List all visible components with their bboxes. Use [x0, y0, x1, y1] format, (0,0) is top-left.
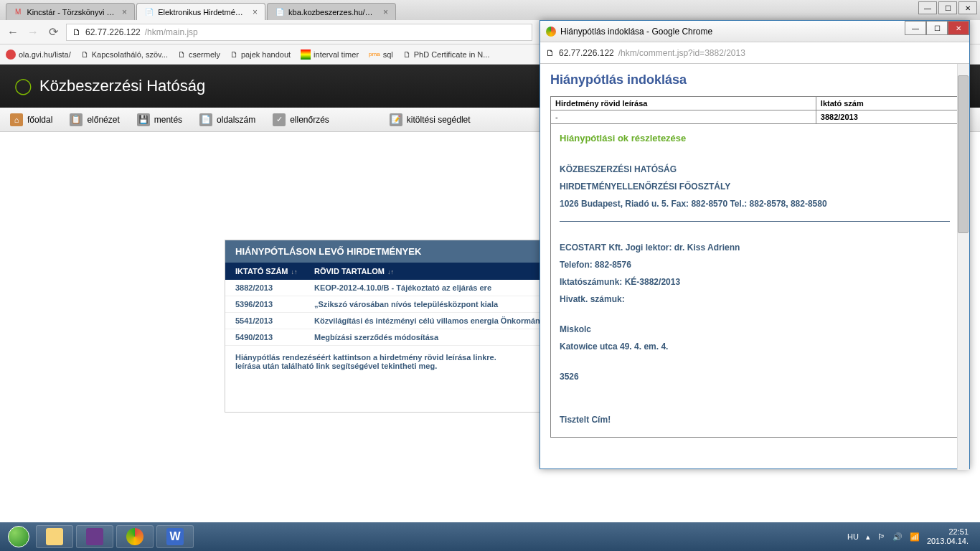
- page-icon: 🗋: [230, 50, 238, 59]
- close-icon[interactable]: ×: [383, 7, 388, 17]
- forward-button[interactable]: →: [26, 25, 40, 39]
- bookmark-label: pajek handout: [241, 50, 291, 59]
- address-bar[interactable]: 🗋 62.77.226.122/hkm/main.jsp: [66, 24, 532, 41]
- popup-url-host: 62.77.226.122: [559, 48, 614, 58]
- pma-icon: pma: [369, 51, 380, 57]
- popup-text: HIRDETMÉNYELLENŐRZÉSI FŐOSZTÁLY: [560, 178, 950, 195]
- bookmark-item[interactable]: pmasql: [369, 50, 393, 59]
- td-desc: -: [551, 110, 816, 124]
- close-icon[interactable]: ×: [253, 7, 258, 17]
- close-button[interactable]: ✕: [948, 21, 969, 35]
- tool-label: előnézet: [87, 115, 119, 125]
- td-id: 3882/2013: [816, 110, 958, 124]
- browser-tab-1[interactable]: 📄 Elektronikus Hirdetmény F ×: [136, 3, 265, 20]
- tab-title: Kincstár - Törzskönyvi ada...: [27, 8, 115, 17]
- chrome-icon: [126, 528, 143, 545]
- sort-arrows-icon[interactable]: ↓↑: [387, 268, 394, 276]
- divider: [560, 221, 950, 222]
- popup-window: Hiánypótlás indoklása - Google Chrome ― …: [540, 20, 970, 469]
- bookmark-label: sql: [383, 50, 393, 59]
- popup-text: Tisztelt Cím!: [560, 411, 950, 428]
- tool-pagenum[interactable]: 📄oldalszám: [199, 113, 255, 126]
- save-icon: 💾: [137, 113, 150, 126]
- minimize-button[interactable]: ―: [918, 1, 937, 14]
- sort-arrows-icon[interactable]: ↓↑: [291, 268, 298, 276]
- reload-button[interactable]: ⟳: [46, 25, 60, 39]
- tool-check[interactable]: ✓ellenőrzés: [273, 113, 329, 126]
- tray-speaker-icon[interactable]: 🔊: [892, 532, 903, 542]
- browser-tab-0[interactable]: M Kincstár - Törzskönyvi ada... ×: [6, 3, 135, 20]
- popup-text: Hivatk. számuk:: [560, 291, 950, 308]
- tray-flag-icon[interactable]: 🏳: [877, 532, 885, 541]
- task-chrome[interactable]: [116, 525, 154, 548]
- tool-help[interactable]: 📝kitöltési segédlet: [390, 113, 471, 126]
- popup-text: Telefon: 882-8576: [560, 256, 950, 273]
- th-id: Iktató szám: [816, 97, 958, 110]
- column-header-desc[interactable]: RÖVID TARTALOM: [314, 267, 385, 276]
- minimize-button[interactable]: ―: [905, 21, 926, 35]
- tray-up-icon[interactable]: ▴: [866, 532, 870, 542]
- column-header-id[interactable]: IKTATÓ SZÁM: [235, 267, 288, 276]
- maximize-button[interactable]: ☐: [938, 1, 957, 14]
- back-button[interactable]: ←: [6, 25, 20, 39]
- page-icon: 🗋: [178, 50, 186, 59]
- page-icon: 📄: [275, 7, 284, 17]
- app-icon: [86, 528, 103, 545]
- th-desc: Hirdetmény rövid leírása: [551, 97, 816, 110]
- page-icon: 📄: [199, 113, 212, 126]
- popup-address-bar[interactable]: 🗋 62.77.226.122/hkm/comment.jsp?id=3882/…: [540, 42, 969, 64]
- start-button[interactable]: [4, 526, 33, 547]
- task-explorer[interactable]: [36, 525, 73, 548]
- popup-text: KÖZBESZERZÉSI HATÓSÁG: [560, 161, 950, 178]
- page-title: Közbeszerzési Hatóság: [39, 77, 205, 95]
- page-icon: 🗋: [403, 50, 411, 59]
- bookmark-item[interactable]: ola.gvi.hu/lista/: [6, 50, 71, 60]
- tool-label: főoldal: [27, 115, 52, 125]
- task-word[interactable]: W: [156, 525, 194, 548]
- windows-icon: [8, 526, 29, 547]
- task-app[interactable]: [76, 525, 113, 548]
- tray-date: 2013.04.14.: [927, 537, 969, 546]
- tool-preview[interactable]: 📋előnézet: [70, 113, 119, 126]
- check-icon: ✓: [273, 113, 286, 126]
- page-icon: 🗋: [81, 50, 89, 59]
- tray-lang[interactable]: HU: [847, 532, 859, 541]
- chrome-icon: [546, 27, 556, 37]
- popup-window-controls: ― ☐ ✕: [905, 21, 969, 35]
- explorer-icon: [46, 528, 63, 545]
- popup-text: 3526: [560, 368, 950, 385]
- tool-label: kitöltési segédlet: [407, 115, 471, 125]
- tool-save[interactable]: 💾mentés: [137, 113, 182, 126]
- close-button[interactable]: ✕: [958, 1, 977, 14]
- tray-clock[interactable]: 22:51 2013.04.14.: [927, 527, 969, 546]
- bookmark-item[interactable]: 🗋pajek handout: [230, 50, 291, 59]
- popup-info-table: Hirdetmény rövid leírása Iktató szám - 3…: [550, 96, 959, 124]
- tool-label: oldalszám: [217, 115, 255, 125]
- close-icon[interactable]: ×: [122, 7, 127, 17]
- browser-tab-2[interactable]: 📄 kba.kozbeszerzes.hu/ekt/p ×: [267, 3, 396, 20]
- bookmark-item[interactable]: 🗋Kapcsolatháló, szöv...: [81, 50, 168, 59]
- tray-wifi-icon[interactable]: 📶: [910, 532, 920, 542]
- scrollbar-thumb[interactable]: [958, 75, 969, 233]
- page-icon: 📄: [144, 7, 154, 17]
- bookmark-item[interactable]: 🗋PhD Certificate in N...: [403, 50, 490, 59]
- scrollbar[interactable]: [957, 64, 969, 470]
- popup-titlebar[interactable]: Hiánypótlás indoklása - Google Chrome ― …: [540, 21, 969, 42]
- window-controls: ― ☐ ✕: [918, 1, 977, 14]
- system-tray: HU ▴ 🏳 🔊 📶 22:51 2013.04.14.: [847, 527, 976, 546]
- popup-text: Katowice utca 49. 4. em. 4.: [560, 338, 950, 355]
- tab-title: Elektronikus Hirdetmény F: [158, 8, 245, 17]
- bookmark-item[interactable]: 🗋csermely: [178, 50, 220, 59]
- home-icon: ⌂: [10, 113, 23, 126]
- preview-icon: 📋: [70, 113, 83, 126]
- bookmark-label: csermely: [189, 50, 220, 59]
- taskbar: W HU ▴ 🏳 🔊 📶 22:51 2013.04.14.: [0, 522, 980, 551]
- page-icon: 🗋: [546, 48, 555, 58]
- tool-home[interactable]: ⌂főoldal: [10, 113, 52, 126]
- tab-title: kba.kozbeszerzes.hu/ekt/p: [288, 8, 376, 17]
- bookmark-item[interactable]: interval timer: [301, 50, 359, 60]
- maximize-button[interactable]: ☐: [926, 21, 948, 35]
- popup-text: Iktatószámunk: KÉ-3882/2013: [560, 273, 950, 291]
- row-id: 5541/2013: [235, 316, 314, 325]
- popup-body: Hiánypótlás indoklása Hirdetmény rövid l…: [540, 64, 969, 470]
